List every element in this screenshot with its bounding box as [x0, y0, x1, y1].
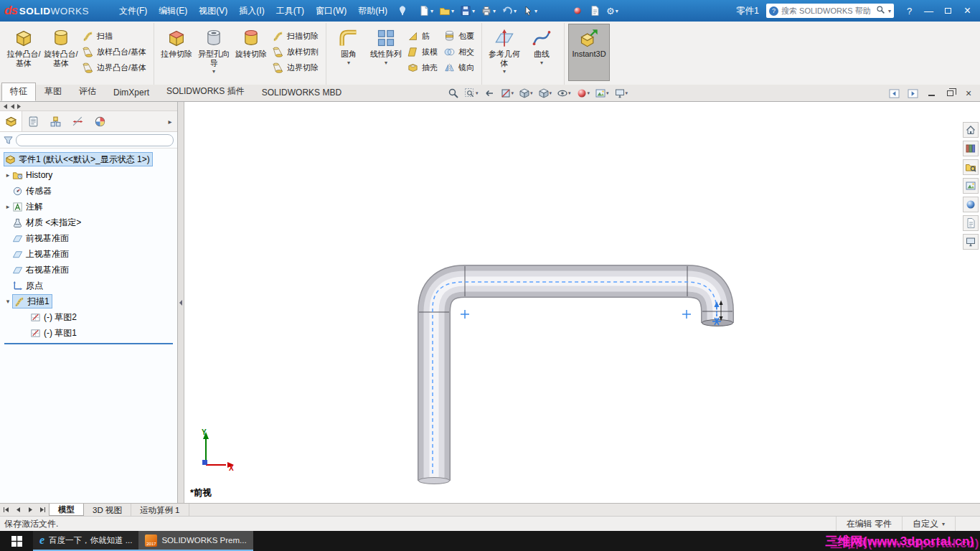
view-orientation-button[interactable]: ▾: [517, 86, 534, 100]
linear-pattern-button[interactable]: 线性阵列▾: [367, 24, 405, 81]
next-tab-button[interactable]: [24, 504, 37, 516]
appearances-tab[interactable]: [963, 197, 979, 212]
menu-view[interactable]: 视图(V): [193, 2, 233, 20]
tree-root-item[interactable]: 零件1 (默认<<默认>_显示状态 1>): [0, 151, 177, 167]
first-tab-button[interactable]: [0, 504, 12, 516]
boundary-cut-button[interactable]: 边界切除: [270, 60, 322, 75]
next-window-button[interactable]: [905, 87, 920, 100]
lofted-cut-button[interactable]: 放样切割: [270, 44, 322, 60]
menu-file[interactable]: 文件(F): [113, 2, 153, 20]
hole-wizard-button[interactable]: 异型孔向导▾: [195, 24, 232, 81]
collapse-panel-icon[interactable]: [179, 299, 183, 306]
pipe-model[interactable]: [419, 266, 733, 484]
swept-boss-button[interactable]: 扫描: [80, 29, 150, 44]
view-settings-button[interactable]: ▾: [613, 86, 630, 100]
tab-mbd[interactable]: SOLIDWORKS MBD: [253, 85, 350, 101]
previous-tab-button[interactable]: [12, 504, 24, 516]
revolved-cut-button[interactable]: 旋转切除: [232, 24, 270, 81]
tree-item-history[interactable]: ▸History: [0, 167, 177, 183]
doc-minimize-button[interactable]: [924, 87, 938, 100]
file-properties-button[interactable]: [587, 2, 603, 19]
minimize-button[interactable]: —: [919, 2, 938, 19]
shell-button[interactable]: 抽壳: [405, 60, 441, 75]
instant3d-button[interactable]: Instant3D: [568, 24, 610, 81]
tree-item-sketch2[interactable]: (-) 草图2: [0, 309, 177, 325]
wrap-button[interactable]: 包覆: [441, 29, 478, 44]
previous-window-button[interactable]: [887, 87, 901, 100]
menu-insert[interactable]: 插入(I): [233, 2, 270, 20]
doc-restore-button[interactable]: [943, 87, 957, 100]
taskbar-browser-button[interactable]: e 百度一下，你就知道 ...: [33, 531, 138, 551]
tab-sketch[interactable]: 草图: [36, 83, 70, 101]
panel-splitter[interactable]: [178, 102, 184, 503]
extruded-boss-button[interactable]: 拉伸凸台/基体: [5, 24, 42, 81]
menu-window[interactable]: 窗口(W): [310, 2, 352, 20]
menu-pin-icon[interactable]: [397, 6, 407, 16]
search-icon[interactable]: [876, 5, 885, 17]
motion-study-tab[interactable]: 运动算例 1: [131, 504, 189, 516]
undo-button[interactable]: ▾: [499, 2, 519, 19]
menu-tools[interactable]: 工具(T): [270, 2, 310, 20]
resources-home-tab[interactable]: [963, 122, 979, 138]
tree-item-front-plane[interactable]: 前视基准面: [0, 230, 177, 246]
curves-button[interactable]: 曲线▾: [523, 24, 560, 81]
menu-help[interactable]: 帮助(H): [352, 2, 393, 20]
panel-tab-overflow-button[interactable]: ▸: [163, 111, 177, 131]
tab-features[interactable]: 特征: [1, 83, 36, 101]
dimxpert-manager-tab[interactable]: [67, 111, 89, 131]
search-caret-icon[interactable]: ▾: [888, 8, 891, 14]
design-library-tab[interactable]: [963, 141, 979, 156]
section-view-button[interactable]: ▾: [499, 86, 516, 100]
doc-close-button[interactable]: ×: [961, 87, 976, 100]
custom-properties-tab[interactable]: [963, 215, 979, 231]
tree-filter-input[interactable]: [16, 134, 174, 146]
boundary-boss-button[interactable]: 边界凸台/基体: [80, 60, 150, 75]
configuration-manager-tab[interactable]: [44, 111, 67, 131]
3d-views-tab[interactable]: 3D 视图: [84, 504, 131, 516]
panel-splitter-strip[interactable]: [0, 102, 177, 111]
rollback-bar[interactable]: [4, 343, 173, 344]
revolved-boss-button[interactable]: 旋转凸台/基体: [42, 24, 80, 81]
pane-arrow-right-icon[interactable]: [17, 103, 22, 110]
last-tab-button[interactable]: [37, 504, 49, 516]
display-manager-tab[interactable]: [89, 111, 111, 131]
tree-item-annotations[interactable]: ▸注解: [0, 199, 177, 215]
view-palette-tab[interactable]: [963, 178, 979, 194]
feature-tree-tab[interactable]: [0, 111, 22, 131]
draft-button[interactable]: 拔模: [405, 44, 441, 60]
swept-cut-button[interactable]: 扫描切除: [270, 29, 322, 44]
expand-arrow-icon[interactable]: ▸: [4, 203, 12, 210]
pane-arrow-left-icon[interactable]: [9, 103, 15, 110]
fillet-button[interactable]: 圆角▾: [330, 24, 367, 81]
collapse-arrow-icon[interactable]: ▾: [4, 298, 12, 305]
tree-item-top-plane[interactable]: 上视基准面: [0, 246, 177, 262]
tab-evaluate[interactable]: 评估: [70, 83, 105, 101]
tree-item-sensors[interactable]: 传感器: [0, 183, 177, 199]
expand-arrow-icon[interactable]: ▸: [4, 171, 12, 179]
menu-edit[interactable]: 编辑(E): [153, 2, 193, 20]
tree-item-right-plane[interactable]: 右视基准面: [0, 262, 177, 278]
tab-dimxpert[interactable]: DimXpert: [105, 85, 158, 101]
intersect-button[interactable]: 相交: [441, 44, 478, 60]
property-manager-tab[interactable]: [22, 111, 44, 131]
display-style-button[interactable]: ▾: [537, 86, 554, 100]
file-explorer-tab[interactable]: [963, 159, 979, 175]
close-button[interactable]: ×: [958, 2, 977, 19]
start-button[interactable]: [0, 531, 33, 551]
search-box[interactable]: ? ▾: [766, 4, 894, 18]
lofted-boss-button[interactable]: 放样凸台/基体: [80, 44, 150, 60]
print-button[interactable]: ▾: [479, 2, 498, 19]
tree-item-material[interactable]: 材质 <未指定>: [0, 215, 177, 230]
tree-item-sweep1[interactable]: ▾扫描1: [0, 293, 177, 309]
reference-geometry-button[interactable]: 参考几何体▾: [486, 24, 523, 81]
tree-item-origin[interactable]: 原点: [0, 278, 177, 293]
search-input[interactable]: [781, 6, 873, 15]
taskbar-solidworks-button[interactable]: 2017 SOLIDWORKS Prem...: [138, 531, 253, 551]
select-button[interactable]: ▾: [520, 2, 540, 19]
apply-scene-button[interactable]: ▾: [593, 86, 611, 100]
previous-view-button[interactable]: [482, 86, 496, 100]
new-document-button[interactable]: ▾: [416, 2, 435, 19]
mirror-button[interactable]: 镜向: [441, 60, 478, 75]
save-button[interactable]: ▾: [458, 2, 477, 19]
graphics-viewport[interactable]: Y X *前视: [184, 102, 980, 503]
